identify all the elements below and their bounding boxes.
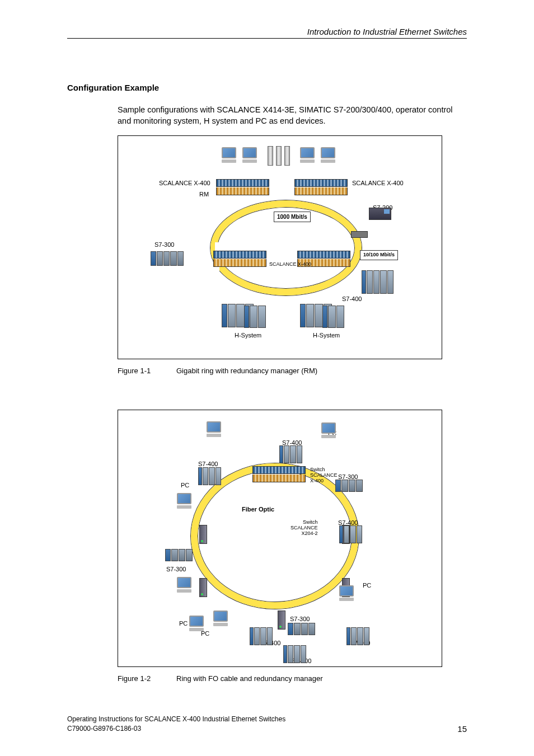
fiber-optic-label: Fiber Optic bbox=[240, 505, 276, 513]
figure-2-box: Fiber Optic PC S7-400 S7-400 PC SwitchSC… bbox=[118, 410, 442, 667]
label-switch-x400: SwitchSCALANCEX-400 bbox=[310, 467, 338, 484]
label-s7-300: S7-300 bbox=[166, 566, 186, 572]
label-pc: PC bbox=[179, 620, 188, 627]
label-s7-300: S7-300 bbox=[154, 241, 174, 248]
monitor-icon bbox=[222, 147, 240, 165]
h-system-icon bbox=[244, 306, 266, 328]
h-system-icon bbox=[322, 306, 345, 328]
scalance-switch-icon bbox=[216, 179, 269, 196]
monitor-icon bbox=[189, 616, 207, 633]
label-scalance-right: SCALANCE X-400 bbox=[352, 180, 404, 186]
label-s7-400: S7-400 bbox=[198, 461, 218, 467]
monitor-icon bbox=[207, 421, 224, 439]
label-pc: PC bbox=[181, 482, 189, 489]
server-rack-icon bbox=[276, 146, 282, 166]
x204-switch-icon bbox=[199, 525, 207, 544]
x204-switch-icon bbox=[199, 578, 207, 597]
label-rm: RM bbox=[199, 191, 209, 198]
speed-1000-label: 1000 Mbit/s bbox=[274, 212, 311, 222]
s7-400-icon bbox=[198, 467, 222, 485]
s7-300-icon bbox=[165, 549, 193, 561]
s7-400-icon bbox=[283, 645, 307, 663]
s7-400-icon bbox=[362, 270, 394, 294]
s7-300-icon bbox=[335, 480, 363, 492]
label-scalance-mid: SCALANCE X-400 bbox=[269, 262, 311, 267]
monitor-icon bbox=[300, 147, 318, 165]
intro-paragraph: Sample configurations with SCALANCE X414… bbox=[118, 104, 467, 127]
figure-1-caption: Figure 1-1Gigabit ring with redundancy m… bbox=[118, 367, 317, 375]
label-switch-x204: SwitchSCALANCEX204-2 bbox=[291, 520, 318, 537]
scalance-switch-icon bbox=[294, 179, 348, 196]
figure-2-caption: Figure 1-2Ring with FO cable and redunda… bbox=[118, 674, 323, 683]
s7-400-icon bbox=[279, 445, 303, 463]
monitor-icon bbox=[321, 422, 339, 440]
s7-400-icon bbox=[339, 525, 363, 543]
s7-200-icon bbox=[369, 208, 391, 220]
footer: Operating Instructions for SCALANCE X-40… bbox=[67, 715, 467, 734]
label-s7-300: S7-300 bbox=[290, 616, 310, 622]
monitor-icon bbox=[177, 577, 195, 595]
fiber-ring-icon bbox=[191, 463, 359, 609]
s7-300-icon bbox=[151, 251, 184, 266]
label-s7-400: S7-400 bbox=[342, 295, 362, 302]
speed-10-100-label: 10/100 Mbit/s bbox=[360, 250, 398, 260]
monitor-icon bbox=[177, 493, 195, 511]
monitor-icon bbox=[242, 147, 260, 165]
footer-line-1: Operating Instructions for SCALANCE X-40… bbox=[67, 715, 467, 724]
header-rule bbox=[67, 38, 467, 39]
x204-switch-icon bbox=[278, 611, 285, 630]
figure-1-box: 1000 Mbit/s 10/100 Mbit/s SCALANCE X-400… bbox=[118, 135, 442, 359]
label-h-system-b: H-System bbox=[313, 332, 340, 339]
server-rack-icon bbox=[284, 146, 290, 166]
scalance-switch-icon bbox=[213, 251, 266, 267]
page-number: 15 bbox=[457, 724, 467, 734]
section-heading: Configuration Example bbox=[67, 83, 159, 92]
label-pc: PC bbox=[363, 582, 371, 589]
s7-400-icon bbox=[346, 627, 370, 645]
label-h-system-a: H-System bbox=[235, 332, 261, 339]
server-rack-icon bbox=[268, 146, 273, 166]
hub-icon bbox=[351, 231, 368, 238]
s7-300-icon bbox=[288, 623, 316, 635]
s7-400-icon bbox=[250, 627, 273, 645]
footer-line-2: C79000-G8976-C186-03 bbox=[67, 724, 467, 734]
monitor-icon bbox=[321, 147, 339, 165]
scalance-switch-icon bbox=[252, 466, 306, 483]
monitor-icon bbox=[213, 611, 231, 628]
monitor-icon bbox=[339, 585, 357, 603]
label-scalance-left: SCALANCE X-400 bbox=[159, 180, 210, 186]
running-header: Introduction to Industrial Ethernet Swit… bbox=[307, 27, 467, 36]
